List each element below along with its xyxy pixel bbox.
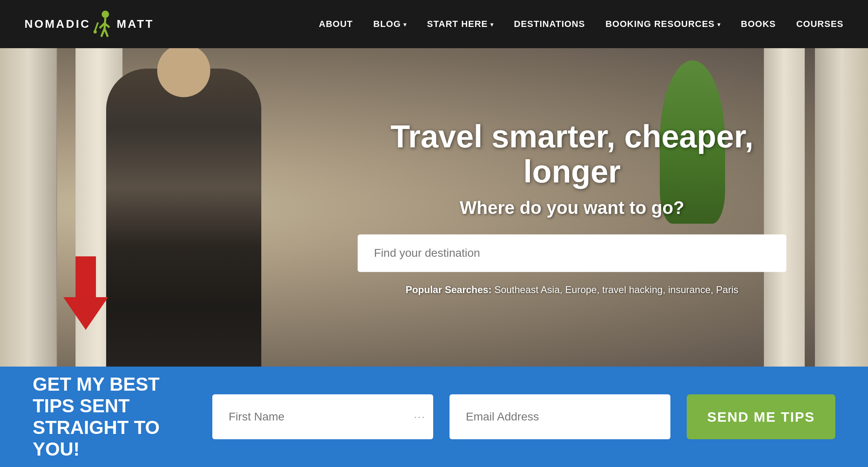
nav-links: ABOUT BLOG ▾ START HERE ▾ DESTINATIONS B…	[319, 19, 844, 29]
hero-column-right-1	[815, 48, 868, 367]
blog-chevron-icon: ▾	[403, 21, 407, 28]
input-icon: ⋯	[414, 410, 425, 424]
booking-chevron-icon: ▾	[717, 21, 721, 28]
nav-start-here[interactable]: START HERE ▾	[427, 19, 494, 29]
hero-column-left-1	[0, 48, 57, 367]
first-name-wrapper: ⋯	[212, 394, 433, 439]
start-here-chevron-icon: ▾	[490, 21, 494, 28]
hero-subtitle: Where do you want to go?	[358, 198, 786, 218]
red-arrow-container	[63, 256, 108, 330]
popular-label: Popular Searches:	[405, 284, 492, 295]
email-wrapper	[450, 394, 670, 439]
hero-section: Travel smarter, cheaper, longer Where do…	[0, 48, 868, 367]
popular-searches: Popular Searches: Southeast Asia, Europe…	[358, 284, 786, 296]
cta-text: GET MY BEST TIPS SENT STRAIGHT TO YOU!	[33, 374, 196, 460]
hero-title: Travel smarter, cheaper, longer	[358, 119, 786, 189]
nav-booking-resources[interactable]: BOOKING RESOURCES ▾	[605, 19, 721, 29]
nav-books[interactable]: BOOKS	[741, 19, 776, 29]
first-name-input[interactable]	[212, 394, 433, 439]
send-me-tips-button[interactable]: SEND ME TIPS	[687, 394, 835, 439]
person-head	[157, 48, 210, 97]
search-input[interactable]	[374, 247, 770, 260]
navbar: NoMADIC MATT ABOUT BLOG ▾ START HERE ▾	[0, 0, 868, 48]
logo-text-after: MATT	[117, 18, 154, 31]
svg-point-0	[102, 11, 109, 18]
logo[interactable]: NoMADIC MATT	[24, 10, 154, 38]
svg-point-7	[93, 30, 97, 33]
nav-blog[interactable]: BLOG ▾	[373, 19, 407, 29]
arrow-head	[63, 297, 108, 330]
logo-text-before: NoMADIC	[24, 18, 91, 31]
nav-destinations[interactable]: DESTINATIONS	[514, 19, 585, 29]
arrow-stem	[76, 256, 96, 297]
search-bar[interactable]	[358, 234, 786, 272]
svg-line-6	[95, 22, 98, 31]
popular-items: Southeast Asia, Europe, travel hacking, …	[494, 284, 739, 295]
email-input[interactable]	[450, 394, 670, 439]
hero-content: Travel smarter, cheaper, longer Where do…	[358, 119, 786, 296]
nav-courses[interactable]: COURSES	[796, 19, 844, 29]
bottom-bar: GET MY BEST TIPS SENT STRAIGHT TO YOU! ⋯…	[0, 367, 868, 467]
logo-hiker-icon	[93, 10, 114, 38]
person-body	[106, 69, 261, 367]
logo-text: NoMADIC MATT	[24, 10, 154, 38]
svg-line-5	[105, 29, 108, 37]
nav-about[interactable]: ABOUT	[319, 19, 353, 29]
hero-person	[82, 48, 286, 367]
